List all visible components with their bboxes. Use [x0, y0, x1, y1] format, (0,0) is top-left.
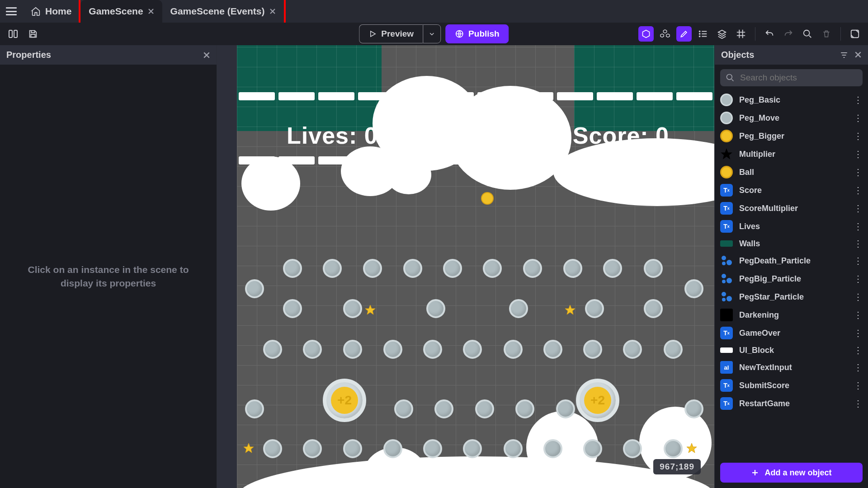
scene-peg[interactable]	[563, 259, 582, 278]
object-item[interactable]: Peg_Basic ⋮	[715, 91, 868, 109]
object-item[interactable]: aI NewTextInput ⋮	[715, 358, 868, 376]
scene-peg[interactable]	[504, 340, 523, 359]
scene-peg[interactable]	[543, 439, 562, 458]
scene-peg[interactable]	[263, 340, 282, 359]
scene-peg[interactable]	[644, 259, 663, 278]
object-item[interactable]: Tx ScoreMultiplier ⋮	[715, 199, 868, 217]
scene-peg[interactable]	[394, 399, 413, 418]
scene-editor[interactable]: Lives: 0 Score: 0 25% 967;189	[217, 45, 714, 488]
close-icon[interactable]	[269, 8, 276, 14]
tool-grid-button[interactable]	[733, 26, 749, 42]
scene-peg[interactable]	[443, 259, 462, 278]
scene-peg[interactable]	[463, 340, 482, 359]
scene-peg[interactable]	[423, 439, 442, 458]
object-item-menu[interactable]: ⋮	[854, 221, 863, 232]
object-item-menu[interactable]: ⋮	[854, 185, 863, 196]
preview-dropdown[interactable]	[423, 24, 441, 43]
scene-peg[interactable]	[245, 279, 264, 298]
scene-peg[interactable]	[684, 279, 703, 298]
scene-peg[interactable]	[543, 340, 562, 359]
object-item[interactable]: Peg_Move ⋮	[715, 109, 868, 127]
scene-peg[interactable]	[483, 259, 502, 278]
object-item-menu[interactable]: ⋮	[854, 149, 863, 160]
scene-peg[interactable]	[343, 340, 362, 359]
tab-events[interactable]: GameScene (Events)	[162, 0, 284, 23]
scene-peg[interactable]	[475, 399, 494, 418]
object-item-menu[interactable]: ⋮	[854, 380, 863, 391]
object-item-menu[interactable]: ⋮	[854, 398, 863, 409]
object-item-menu[interactable]: ⋮	[854, 131, 863, 141]
scene-peg[interactable]	[603, 259, 622, 278]
scene-peg[interactable]	[644, 299, 663, 318]
object-item-menu[interactable]: ⋮	[854, 113, 863, 123]
scene-peg[interactable]	[585, 299, 604, 318]
scene-peg[interactable]	[434, 399, 453, 418]
object-item-menu[interactable]: ⋮	[854, 345, 863, 356]
panel-toggle-left-button[interactable]	[5, 26, 21, 42]
scene-canvas[interactable]: Lives: 0 Score: 0 25%	[237, 45, 714, 488]
tool-instances-list-button[interactable]	[695, 26, 711, 42]
scene-star[interactable]	[365, 305, 376, 315]
scene-peg[interactable]	[664, 340, 683, 359]
object-item[interactable]: Tx Lives ⋮	[715, 217, 868, 235]
scene-peg[interactable]	[684, 399, 703, 418]
save-button[interactable]	[25, 26, 41, 42]
zoom-button[interactable]	[800, 26, 815, 42]
scene-peg[interactable]	[403, 259, 422, 278]
scene-peg[interactable]	[343, 439, 362, 458]
objects-search-input[interactable]	[740, 73, 857, 83]
scene-peg-bigger[interactable]	[576, 379, 619, 422]
scene-peg[interactable]	[383, 439, 402, 458]
object-item[interactable]: UI_Block ⋮	[715, 342, 868, 358]
scene-peg[interactable]	[283, 259, 302, 278]
object-item-menu[interactable]: ⋮	[854, 362, 863, 373]
scene-peg[interactable]	[664, 439, 683, 458]
scene-peg[interactable]	[504, 439, 523, 458]
tool-layers-button[interactable]	[714, 26, 730, 42]
scene-star[interactable]	[686, 443, 697, 454]
scene-peg[interactable]	[556, 399, 575, 418]
object-item-menu[interactable]: ⋮	[854, 238, 863, 249]
close-icon[interactable]	[148, 8, 154, 14]
object-item[interactable]: Walls ⋮	[715, 235, 868, 252]
scene-ball[interactable]	[481, 192, 494, 205]
scene-star[interactable]	[565, 305, 576, 315]
objects-search[interactable]	[720, 69, 863, 86]
object-item[interactable]: Tx RestartGame ⋮	[715, 394, 868, 413]
object-item[interactable]: Peg_Bigger ⋮	[715, 127, 868, 145]
tab-home[interactable]: Home	[23, 0, 80, 23]
scene-peg[interactable]	[426, 299, 445, 318]
object-item-menu[interactable]: ⋮	[854, 94, 863, 105]
object-item[interactable]: Darkening ⋮	[715, 306, 868, 324]
undo-button[interactable]	[762, 26, 777, 42]
redo-button[interactable]	[781, 26, 796, 42]
scene-peg[interactable]	[515, 399, 534, 418]
scene-peg[interactable]	[245, 399, 264, 418]
object-item[interactable]: Ball ⋮	[715, 163, 868, 181]
tool-edit-button[interactable]	[676, 26, 692, 42]
scene-star[interactable]	[243, 443, 254, 454]
object-item[interactable]: PegDeath_Particle ⋮	[715, 252, 868, 270]
scene-peg[interactable]	[263, 439, 282, 458]
object-item-menu[interactable]: ⋮	[854, 167, 863, 178]
scene-peg[interactable]	[583, 340, 602, 359]
scene-peg[interactable]	[463, 439, 482, 458]
object-item-menu[interactable]: ⋮	[854, 291, 863, 302]
tool-objects-button[interactable]	[657, 26, 673, 42]
object-item-menu[interactable]: ⋮	[854, 255, 863, 266]
scene-peg[interactable]	[423, 340, 442, 359]
publish-button[interactable]: Publish	[445, 24, 509, 43]
scene-peg[interactable]	[283, 299, 302, 318]
filter-icon[interactable]	[840, 51, 848, 59]
tool-3d-button[interactable]	[638, 26, 654, 42]
settings-button[interactable]	[847, 26, 863, 42]
tab-scene[interactable]: GameScene	[80, 0, 162, 23]
scene-peg[interactable]	[303, 439, 322, 458]
object-item-menu[interactable]: ⋮	[854, 328, 863, 338]
delete-button[interactable]	[819, 26, 834, 42]
scene-peg[interactable]	[623, 340, 642, 359]
object-item[interactable]: PegStar_Particle ⋮	[715, 288, 868, 306]
scene-peg[interactable]	[623, 439, 642, 458]
close-icon[interactable]	[854, 51, 862, 58]
object-item-menu[interactable]: ⋮	[854, 310, 863, 320]
